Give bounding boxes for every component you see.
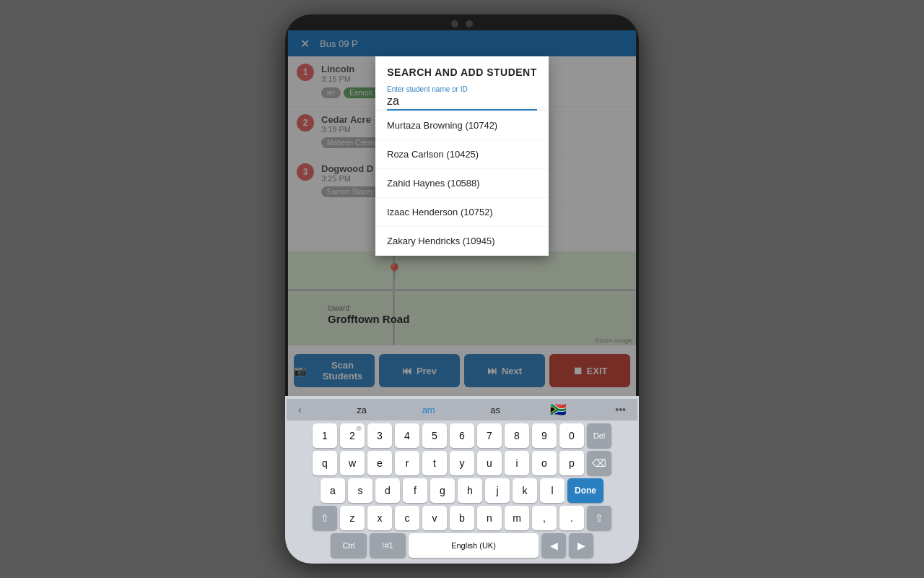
result-item-2[interactable]: Roza Carlson (10425): [375, 140, 549, 169]
key-o[interactable]: o: [532, 451, 557, 475]
key-3[interactable]: 3: [367, 423, 392, 448]
shift-key[interactable]: ⇧: [313, 506, 337, 530]
keyboard-zxcv-row: ⇧ z x c v b n m , . ⇧: [287, 506, 637, 530]
flag-icon: 🇿🇦: [550, 402, 566, 418]
key-a[interactable]: a: [321, 478, 345, 503]
key-m[interactable]: m: [505, 506, 529, 530]
key-period[interactable]: .: [559, 506, 584, 530]
suggestion-2[interactable]: am: [417, 403, 441, 417]
spacebar-key[interactable]: English (UK): [409, 533, 539, 558]
key-2[interactable]: 2@: [340, 423, 365, 448]
key-comma[interactable]: ,: [532, 506, 557, 530]
keyboard-number-row: 1 2@ 3 4 5 6 7 8 9 0 Del: [287, 423, 637, 448]
modal-overlay: SEARCH AND ADD STUDENT Enter student nam…: [288, 30, 636, 396]
left-arrow-icon[interactable]: ‹: [292, 402, 308, 417]
result-item-1[interactable]: Murtaza Browning (10742): [375, 111, 549, 140]
shift-key-right[interactable]: ⇧: [587, 506, 611, 530]
key-j[interactable]: j: [485, 478, 510, 503]
key-z[interactable]: z: [340, 506, 365, 530]
tablet-frame: ✕ Bus 09 P 1 Lincoln 3:15 PM ler Eamon S…: [285, 14, 639, 564]
key-w[interactable]: w: [340, 451, 365, 475]
key-d[interactable]: d: [375, 478, 400, 503]
result-item-5[interactable]: Zakary Hendricks (10945): [375, 227, 549, 256]
search-add-modal: SEARCH AND ADD STUDENT Enter student nam…: [375, 56, 549, 256]
key-l[interactable]: l: [540, 478, 565, 503]
result-item-4[interactable]: Izaac Henderson (10752): [375, 198, 549, 227]
key-c[interactable]: c: [395, 506, 419, 530]
left-arrow-key[interactable]: ◀: [541, 533, 566, 558]
search-results-dropdown: Murtaza Browning (10742) Roza Carlson (1…: [375, 111, 549, 256]
camera-bar: [285, 14, 639, 30]
keyboard-bottom-row: Ctrl !#1 English (UK) ◀ ▶: [287, 533, 637, 558]
key-7[interactable]: 7: [477, 423, 502, 448]
key-q[interactable]: q: [313, 451, 337, 475]
key-h[interactable]: h: [458, 478, 482, 503]
camera-dot-2: [466, 20, 473, 27]
key-u[interactable]: u: [477, 451, 502, 475]
backspace-key[interactable]: ⌫: [587, 451, 611, 475]
suggestion-1[interactable]: za: [351, 403, 372, 417]
key-x[interactable]: x: [367, 506, 392, 530]
keyboard-asdf-row: a s d f g h j k l Done: [287, 478, 637, 503]
key-p[interactable]: p: [559, 451, 584, 475]
key-k[interactable]: k: [513, 478, 537, 503]
key-0[interactable]: 0: [559, 423, 584, 448]
keyboard-qwerty-row: q w e r t y u i o p ⌫: [287, 451, 637, 475]
key-y[interactable]: y: [450, 451, 474, 475]
modal-input-area: Enter student name or ID: [375, 78, 549, 111]
camera-dot: [451, 20, 458, 27]
tablet-screen: ✕ Bus 09 P 1 Lincoln 3:15 PM ler Eamon S…: [288, 30, 636, 396]
key-v[interactable]: v: [422, 506, 447, 530]
student-search-input[interactable]: [387, 95, 537, 111]
input-label: Enter student name or ID: [387, 85, 537, 93]
key-6[interactable]: 6: [450, 423, 474, 448]
key-r[interactable]: r: [395, 451, 419, 475]
suggestion-3[interactable]: as: [484, 403, 506, 417]
key-1[interactable]: 1: [313, 423, 337, 448]
key-8[interactable]: 8: [505, 423, 529, 448]
key-5[interactable]: 5: [422, 423, 447, 448]
right-arrow-key[interactable]: ▶: [569, 533, 593, 558]
key-4[interactable]: 4: [395, 423, 419, 448]
done-key[interactable]: Done: [567, 478, 603, 503]
more-options-icon[interactable]: •••: [609, 402, 632, 417]
special-key[interactable]: !#1: [370, 533, 406, 558]
key-i[interactable]: i: [505, 451, 529, 475]
key-b[interactable]: b: [450, 506, 474, 530]
key-e[interactable]: e: [367, 451, 392, 475]
key-t[interactable]: t: [422, 451, 447, 475]
result-item-3[interactable]: Zahid Haynes (10588): [375, 169, 549, 198]
modal-title: SEARCH AND ADD STUDENT: [387, 66, 537, 78]
key-9[interactable]: 9: [532, 423, 557, 448]
key-g[interactable]: g: [430, 478, 455, 503]
keyboard-suggestions: ‹ za am as 🇿🇦 •••: [287, 399, 637, 420]
ctrl-key[interactable]: Ctrl: [331, 533, 367, 558]
keyboard-area: ‹ za am as 🇿🇦 ••• 1 2@ 3 4 5 6 7 8 9 0 D…: [285, 396, 639, 564]
key-s[interactable]: s: [348, 478, 372, 503]
key-n[interactable]: n: [477, 506, 502, 530]
modal-header: SEARCH AND ADD STUDENT: [375, 56, 549, 78]
delete-key[interactable]: Del: [587, 423, 611, 448]
key-f[interactable]: f: [403, 478, 427, 503]
